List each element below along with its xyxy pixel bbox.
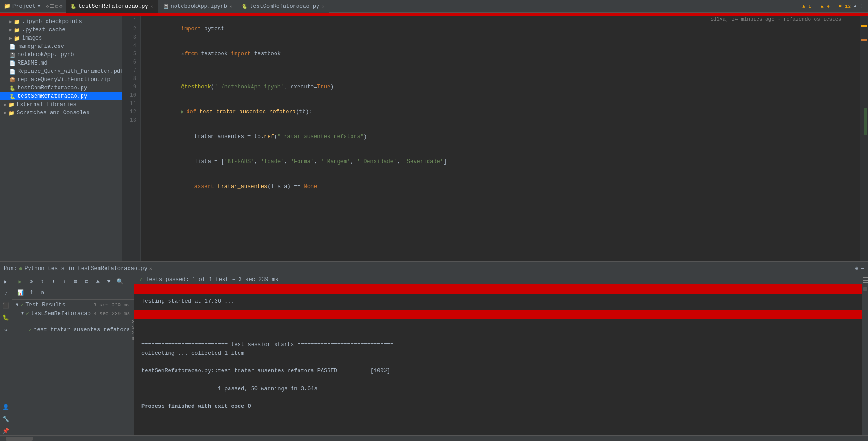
line-num-8: 8 xyxy=(133,75,136,83)
scroll-indicator2 xyxy=(863,280,868,281)
sidebar-item-images[interactable]: ▶ 📁 images xyxy=(0,34,122,42)
line-num-7: 7 xyxy=(133,66,136,75)
run-icon-btn[interactable]: ▶ xyxy=(1,277,11,286)
settings-icon[interactable]: ⚙ xyxy=(46,3,49,9)
project-dropdown-icon: ▼ xyxy=(37,4,40,9)
output-content[interactable]: Testing started at 17:36 ... ===========… xyxy=(134,284,862,435)
sort-btn[interactable]: ↕ xyxy=(38,277,47,286)
close-tab2[interactable]: ✕ xyxy=(229,4,232,9)
sidebar-item-readme[interactable]: 📄 README.md xyxy=(0,59,122,67)
test-results-root[interactable]: ▼ ✓ Test Results 3 sec 239 ms xyxy=(12,300,134,309)
bp-right: ⚙ — xyxy=(855,265,864,272)
check-icon-btn[interactable]: ✓ xyxy=(1,289,11,298)
output-status-bar: ✓ Tests passed: 1 of 1 test – 3 sec 239 … xyxy=(134,275,862,284)
stop-icon-btn[interactable]: ⬛ xyxy=(1,301,11,310)
sidebar-item-pytest-cache[interactable]: ▶ 📁 .pytest_cache xyxy=(0,26,122,34)
more-icon[interactable]: ⋮ xyxy=(859,3,864,9)
file-icon: 📄 xyxy=(9,60,16,66)
sidebar-item-replace-query[interactable]: 📄 Replace_Query_with_Parameter.pdf xyxy=(0,67,122,76)
code-line-12 xyxy=(148,224,852,232)
test-suite[interactable]: ▼ ✓ testSemRefatoracao 3 sec 239 ms xyxy=(12,309,134,318)
sidebar-item-scratches[interactable]: ▶ 📁 Scratches and Consoles xyxy=(0,109,122,117)
pass-icon: ✓ xyxy=(29,327,32,334)
test-toolbar: ▶ ⊙ ↕ ⬇ ⬆ ⊞ ⊟ ▲ ▼ 🔍 📊 ⤴ ⚙ ▼ ✓ Test Resul xyxy=(12,275,134,435)
settings-icon-bp[interactable]: ⚙ xyxy=(855,265,858,272)
sidebar-item-mamografia[interactable]: 📄 mamografia.csv xyxy=(0,42,122,51)
config-btn[interactable]: ⚙ xyxy=(38,288,47,297)
code-line-6: tratar_ausentes = tb.ref("tratar_ausente… xyxy=(148,124,852,149)
ipynb-icon: 📓 xyxy=(9,52,16,58)
folder-icon: 📁 xyxy=(8,110,15,116)
bottom-panel-body: ▶ ✓ ⬛ 🐛 ↺ 👤 🔧 📌 ▶ ⊙ ↕ ⬇ ⬆ ⊞ ⊟ ▲ ▼ 🔍 xyxy=(0,275,868,435)
bookmark-icon-btn[interactable]: 📌 xyxy=(1,426,11,435)
expand-arrow-icon: ▶ xyxy=(9,19,12,24)
tab-testComRefatoracao[interactable]: 🐍 testComRefatoracao.py ✕ xyxy=(237,0,329,13)
search-btn[interactable]: 🔍 xyxy=(115,277,124,286)
warning-marker xyxy=(861,25,867,27)
tools-icon-btn[interactable]: 🔧 xyxy=(1,414,11,423)
line-num-10: 10 xyxy=(130,91,136,100)
rerun-icon-btn[interactable]: ↺ xyxy=(1,325,11,334)
export-btn[interactable]: ⬆ xyxy=(60,277,69,286)
expand-all-btn[interactable]: ⊞ xyxy=(71,277,80,286)
tab-testSemRefatoracao[interactable]: 🐍 testSemRefatoracao.py ✕ xyxy=(66,0,158,13)
code-line-5: ▶def test_tratar_ausentes_refatora(tb): xyxy=(148,100,852,124)
export2-btn[interactable]: ⤴ xyxy=(27,288,36,297)
output-area: ✓ Tests passed: 1 of 1 test – 3 sec 239 … xyxy=(134,275,862,435)
code-line-7: lista = ['BI-RADS', 'Idade', 'Forma', ' … xyxy=(148,149,852,174)
line-num-6: 6 xyxy=(133,58,136,66)
scrollbar-thumb[interactable] xyxy=(6,437,33,441)
code-line-11 xyxy=(148,216,852,224)
scroll-thumb[interactable] xyxy=(864,108,867,135)
code-area[interactable]: Silva, 24 minutes ago · refazendo os tes… xyxy=(141,16,860,261)
project-label[interactable]: 📁 Project ▼ xyxy=(4,3,40,10)
down-btn[interactable]: ▼ xyxy=(104,277,113,286)
py-file-icon-tab1: 🐍 xyxy=(70,4,76,9)
folder-icon: 📁 xyxy=(14,35,20,41)
sidebar-item-testCom[interactable]: 🐍 testComRefatoracao.py xyxy=(0,84,122,92)
split-icon[interactable]: ⊞ xyxy=(55,3,59,9)
filter-btn[interactable]: ⊙ xyxy=(27,277,36,286)
minimize-icon-bp[interactable]: — xyxy=(861,265,864,272)
close-tab3[interactable]: ✕ xyxy=(322,4,324,9)
list-icon[interactable]: ☰ xyxy=(50,3,54,9)
code-line-13 xyxy=(148,232,852,241)
sidebar-item-replace-query-zip[interactable]: 📦 replaceQueryWithFunction.zip xyxy=(0,76,122,84)
expand-arrow-icon: ▶ xyxy=(9,27,12,33)
test-case[interactable]: ✓ test_tratar_ausentes_refatora 3 sec 23… xyxy=(12,318,134,342)
people-icon-btn[interactable]: 👤 xyxy=(1,402,11,412)
line-num-9: 9 xyxy=(133,83,136,91)
line-numbers: 1 2 3 4 5 6 7 8 9 10 11 12 13 xyxy=(122,16,141,261)
scroll-indicator xyxy=(863,277,868,278)
sidebar-item-ipynb-checkpoints[interactable]: ▶ 📁 .ipynb_checkpoints xyxy=(0,18,122,26)
right-gutter xyxy=(860,16,868,261)
author-annotation: Silva, 24 minutes ago · refazendo os tes… xyxy=(710,17,841,22)
gear-icon[interactable]: ⚙ xyxy=(59,3,63,9)
warning-badge[interactable]: ▲ 1 ▲ 4 ✖ 12 xyxy=(802,3,851,9)
play-btn[interactable]: ▶ xyxy=(16,277,25,286)
delete-icon[interactable] xyxy=(863,287,867,291)
csv-icon: 📄 xyxy=(9,44,16,50)
pass-icon: ✓ xyxy=(20,301,23,308)
expand-icon[interactable]: ▲ xyxy=(854,4,856,9)
sidebar-item-external-libraries[interactable]: ▶ 📁 External Libraries xyxy=(0,100,122,109)
debug-icon-btn[interactable]: 🐛 xyxy=(1,313,11,322)
collapse-all-btn[interactable]: ⊟ xyxy=(82,277,91,286)
sidebar-item-notebookapp[interactable]: 📓 notebookApp.ipynb xyxy=(0,51,122,59)
up-btn[interactable]: ▲ xyxy=(93,277,102,286)
folder-icon: 📁 xyxy=(8,102,15,108)
sidebar-item-testSem[interactable]: 🐍 testSemRefatoracao.py xyxy=(0,92,122,100)
line-num-12: 12 xyxy=(130,108,136,116)
folder-icon: 📁 xyxy=(14,27,20,33)
import-btn[interactable]: ⬇ xyxy=(49,277,58,286)
code-line-8: assert tratar_ausentes(lista) == None xyxy=(148,174,852,199)
sidebar: ▶ 📁 .ipynb_checkpoints ▶ 📁 .pytest_cache… xyxy=(0,16,122,261)
bottom-scrollbar[interactable] xyxy=(0,435,868,441)
tab-notebookApp[interactable]: 📓 notebookApp.ipynb ✕ xyxy=(158,0,237,13)
output-text-main: ========================== test session … xyxy=(134,319,862,415)
ipynb-file-icon-tab2: 📓 xyxy=(163,4,169,9)
close-tab1[interactable]: ✕ xyxy=(151,4,153,9)
top-bar: 📁 Project ▼ ⚙ ☰ ⊞ ⚙ 🐍 testSemRefatoracao… xyxy=(0,0,868,13)
graph-btn[interactable]: 📊 xyxy=(16,288,25,297)
close-run-tab[interactable]: ✕ xyxy=(149,266,152,271)
